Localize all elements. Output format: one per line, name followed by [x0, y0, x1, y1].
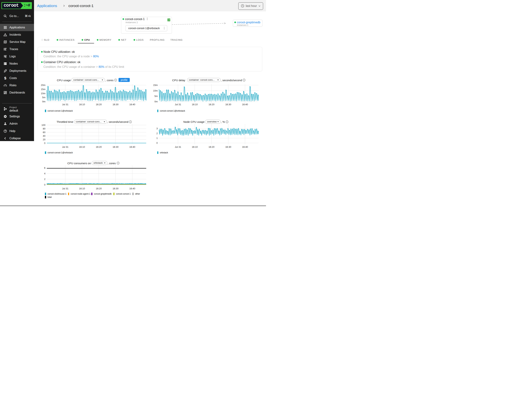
svg-text:16:10: 16:10 [192, 146, 198, 148]
svg-text:16:40: 16:40 [242, 103, 248, 106]
svg-text:5m: 5m [42, 96, 45, 99]
svg-text:2: 2 [156, 132, 158, 135]
svg-text:0: 0 [44, 142, 45, 144]
svg-text:Jul 31: Jul 31 [175, 103, 181, 106]
svg-text:10m: 10m [41, 92, 45, 95]
svg-text:40: 40 [43, 135, 45, 137]
svg-text:20: 20 [43, 138, 45, 141]
svg-text:0: 0 [44, 183, 45, 186]
svg-text:16:20: 16:20 [96, 103, 102, 106]
svg-text:6: 6 [44, 167, 45, 169]
svg-text:0m: 0m [154, 100, 158, 103]
svg-text:16:20: 16:20 [96, 146, 102, 148]
svg-text:1: 1 [156, 137, 158, 140]
svg-text:16:20: 16:20 [209, 103, 215, 106]
svg-text:16:40: 16:40 [129, 187, 135, 190]
svg-text:16:30: 16:30 [225, 146, 231, 148]
svg-text:Jul 31: Jul 31 [175, 146, 181, 148]
svg-text:16:20: 16:20 [209, 146, 215, 148]
svg-text:80: 80 [43, 127, 45, 130]
svg-text:20m: 20m [41, 84, 45, 86]
svg-text:60: 60 [43, 131, 45, 134]
svg-text:0m: 0m [42, 100, 45, 103]
svg-text:16:30: 16:30 [113, 187, 119, 190]
svg-text:2: 2 [44, 178, 45, 180]
svg-text:0: 0 [156, 142, 158, 144]
svg-text:16:30: 16:30 [113, 146, 119, 148]
svg-text:15m: 15m [153, 84, 158, 86]
svg-text:16:10: 16:10 [79, 103, 85, 106]
svg-text:4: 4 [44, 172, 45, 175]
svg-text:16:10: 16:10 [79, 146, 85, 148]
svg-text:16:10: 16:10 [192, 103, 198, 106]
svg-text:15m: 15m [41, 88, 45, 91]
svg-text:16:40: 16:40 [242, 146, 248, 148]
svg-text:16:30: 16:30 [225, 103, 231, 106]
svg-text:16:40: 16:40 [129, 103, 135, 106]
svg-text:16:40: 16:40 [129, 146, 135, 148]
svg-text:16:30: 16:30 [113, 103, 119, 106]
svg-text:Jul 31: Jul 31 [62, 146, 68, 148]
svg-text:100: 100 [41, 124, 45, 126]
svg-text:16:20: 16:20 [96, 187, 102, 190]
svg-text:Jul 31: Jul 31 [62, 187, 68, 190]
svg-text:16:10: 16:10 [79, 187, 85, 190]
svg-text:Jul 31: Jul 31 [62, 103, 68, 106]
svg-text:5m: 5m [154, 95, 158, 97]
svg-text:10m: 10m [153, 89, 158, 92]
svg-text:3: 3 [156, 127, 158, 130]
